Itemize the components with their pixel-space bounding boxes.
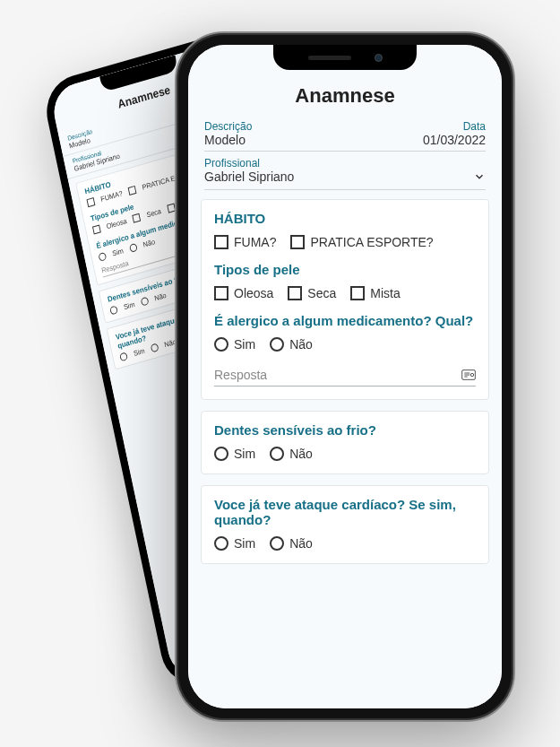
radio-dentes-nao[interactable]: Não: [270, 447, 313, 461]
checkbox-fuma[interactable]: FUMA?: [214, 235, 276, 249]
data-label: Data: [463, 120, 486, 133]
radio-icon: [270, 536, 284, 551]
cardiaco-label: Voce já teve ataque cardíaco? Se sim, qu…: [214, 497, 476, 527]
resposta-placeholder: Resposta: [214, 368, 461, 382]
radio-icon: [270, 337, 284, 352]
phone-mockup-front: Anamnese Descrição Data Modelo 01/03/202…: [175, 31, 515, 722]
checkbox-mista[interactable]: Mista: [350, 286, 400, 300]
alergia-label: É alergico a algum medicamento? Qual?: [214, 313, 476, 328]
card-cardiaco: Voce já teve ataque cardíaco? Se sim, qu…: [201, 485, 489, 564]
profissional-select[interactable]: Gabriel Sipriano: [204, 169, 486, 190]
checkbox-icon: [214, 286, 228, 300]
radio-alergia-nao[interactable]: Não: [270, 337, 313, 352]
chevron-down-icon: [473, 170, 486, 183]
radio-icon: [214, 447, 228, 461]
profissional-label: Profissional: [204, 157, 486, 169]
checkbox-oleosa[interactable]: Oleosa: [214, 286, 273, 300]
checkbox-icon: [350, 286, 365, 300]
radio-cardiaco-sim[interactable]: Sim: [214, 536, 255, 551]
svg-point-4: [470, 373, 473, 376]
habito-label: HÁBITO: [214, 211, 476, 226]
profissional-value: Gabriel Sipriano: [204, 169, 473, 184]
text-input-icon: [461, 369, 476, 380]
radio-dentes-sim[interactable]: Sim: [214, 447, 255, 461]
card-dentes: Dentes sensíveis ao frio? Sim Não: [201, 411, 489, 474]
checkbox-esporte[interactable]: PRATICA ESPORTE?: [290, 235, 433, 249]
resposta-input[interactable]: Resposta: [214, 364, 476, 387]
radio-icon: [214, 536, 228, 551]
descricao-label: Descrição: [204, 120, 463, 133]
phone-notch: [273, 45, 417, 70]
pele-label: Tipos de pele: [214, 262, 476, 277]
checkbox-icon: [214, 235, 228, 249]
descricao-value[interactable]: Modelo: [204, 133, 423, 147]
radio-icon: [270, 447, 284, 461]
page-title: Anamnese: [188, 84, 502, 108]
radio-cardiaco-nao[interactable]: Não: [270, 536, 313, 551]
data-value[interactable]: 01/03/2022: [423, 133, 486, 147]
dentes-label: Dentes sensíveis ao frio?: [214, 422, 476, 438]
card-habito: HÁBITO FUMA? PRATICA ESPORTE? Tipos de p…: [201, 199, 489, 400]
radio-alergia-sim[interactable]: Sim: [214, 337, 255, 352]
radio-icon: [214, 337, 228, 352]
checkbox-icon: [290, 235, 305, 249]
checkbox-icon: [288, 286, 302, 300]
checkbox-seca[interactable]: Seca: [288, 286, 336, 300]
